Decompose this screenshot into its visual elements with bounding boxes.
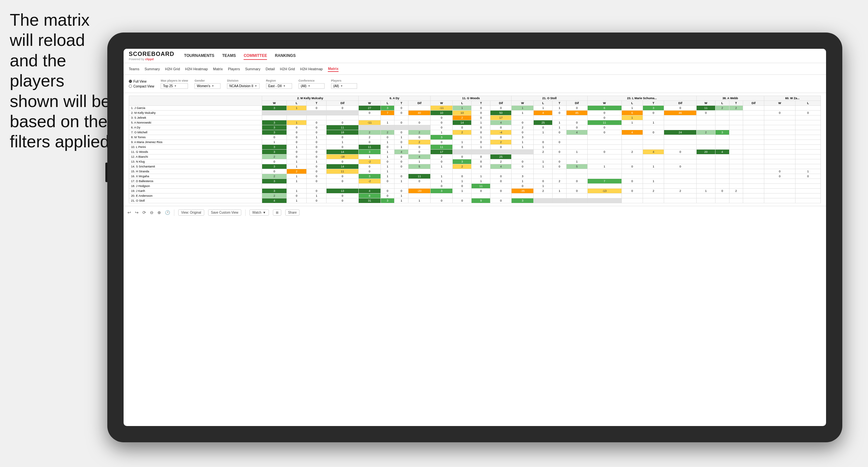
matrix-container[interactable]: 2. M Kelly Mulcahy 6. A Dy 11. G Woods 2… bbox=[124, 93, 826, 206]
watch-button[interactable]: Watch ▼ bbox=[249, 210, 269, 216]
save-custom-button[interactable]: Save Custom View bbox=[208, 210, 241, 216]
table-row: 10. L Perini3100110101101011 bbox=[129, 145, 821, 150]
bottom-toolbar: ↩ ↪ ⟳ ⊖ ⊕ 🕐 View: Original Save Custom V… bbox=[124, 206, 826, 219]
conference-select[interactable]: (All) ▼ bbox=[299, 83, 324, 89]
matrix-cell bbox=[566, 193, 587, 198]
layout-button[interactable]: ⊞ bbox=[273, 210, 281, 216]
nav-tournaments[interactable]: TOURNAMENTS bbox=[184, 52, 214, 60]
matrix-cell bbox=[664, 135, 696, 140]
annotation-text: The matrix will reload and the players s… bbox=[10, 10, 114, 152]
division-select[interactable]: NCAA Division II ▼ bbox=[227, 83, 259, 89]
matrix-cell: 0 bbox=[395, 174, 408, 179]
matrix-cell bbox=[286, 116, 306, 120]
matrix-cell bbox=[743, 125, 764, 130]
redo-button[interactable]: ↪ bbox=[135, 210, 138, 215]
zoom-out-button[interactable]: ⊖ bbox=[150, 210, 154, 215]
sub-nav-summary-2[interactable]: Summary bbox=[245, 66, 260, 71]
th-w-6: W bbox=[696, 101, 715, 106]
max-players-filter: Max players in view Top 25 ▼ bbox=[161, 79, 188, 89]
matrix-cell: 3 bbox=[431, 189, 453, 193]
matrix-cell bbox=[696, 120, 715, 125]
matrix-cell: -20 bbox=[408, 189, 431, 193]
matrix-cell: 4 bbox=[408, 154, 431, 159]
matrix-cell bbox=[796, 179, 821, 184]
watch-arrow: ▼ bbox=[263, 211, 266, 214]
matrix-cell: 2 bbox=[359, 130, 380, 135]
refresh-button[interactable]: ⟳ bbox=[143, 210, 146, 215]
sub-nav-players[interactable]: Players bbox=[228, 66, 240, 71]
matrix-cell bbox=[743, 111, 764, 116]
matrix-cell: 1 bbox=[534, 164, 553, 169]
matrix-cell: 1 bbox=[327, 140, 359, 145]
th-t-4: T bbox=[553, 101, 566, 106]
matrix-cell: 0 bbox=[796, 174, 821, 179]
matrix-cell bbox=[764, 184, 795, 189]
view-original-button[interactable]: View: Original bbox=[178, 210, 204, 216]
matrix-cell bbox=[534, 169, 553, 174]
matrix-cell bbox=[471, 169, 490, 174]
sub-nav-h2h-heatmap-1[interactable]: H2H Heatmap bbox=[185, 66, 208, 71]
logo-area: SCOREBOARD Powered by clippd bbox=[129, 51, 174, 61]
matrix-cell: 1 bbox=[471, 145, 490, 150]
sub-nav-teams[interactable]: Teams bbox=[129, 66, 139, 71]
matrix-cell bbox=[664, 116, 696, 120]
sub-nav-summary-1[interactable]: Summary bbox=[145, 66, 160, 71]
matrix-cell: 1 bbox=[621, 116, 643, 120]
matrix-cell: 0 bbox=[359, 140, 380, 145]
matrix-cell bbox=[262, 184, 287, 189]
matrix-cell bbox=[408, 125, 431, 130]
matrix-cell: 0 bbox=[380, 179, 395, 184]
col-header-za: 60. W Za... bbox=[764, 96, 820, 101]
matrix-cell: 0 bbox=[380, 135, 395, 140]
sub-nav-h2h-grid-1[interactable]: H2H Grid bbox=[165, 66, 180, 71]
sub-nav-h2h-grid-2[interactable]: H2H Grid bbox=[280, 66, 295, 71]
matrix-cell: 1 bbox=[566, 159, 587, 164]
undo-button[interactable]: ↩ bbox=[127, 210, 131, 215]
matrix-cell: 1 bbox=[286, 189, 306, 193]
matrix-cell: 0 bbox=[490, 106, 512, 111]
gender-select[interactable]: Women's ▼ bbox=[194, 83, 220, 89]
matrix-cell: 0 bbox=[471, 111, 490, 116]
matrix-cell bbox=[743, 130, 764, 135]
matrix-cell bbox=[743, 174, 764, 179]
matrix-cell bbox=[764, 145, 795, 150]
matrix-cell: 2 bbox=[696, 130, 715, 135]
matrix-cell bbox=[307, 111, 327, 116]
matrix-cell bbox=[621, 193, 643, 198]
table-row: 18. J Hodgson001101 bbox=[129, 184, 821, 189]
player-name-cell: 3. S Jelinek bbox=[129, 116, 262, 120]
th-t-6: T bbox=[729, 101, 743, 106]
matrix-cell: 7 bbox=[380, 111, 395, 116]
clock-button[interactable]: 🕐 bbox=[165, 210, 170, 215]
players-select[interactable]: (All) ▼ bbox=[331, 83, 357, 89]
matrix-cell: 2 bbox=[534, 189, 553, 193]
matrix-cell: 1 bbox=[262, 140, 287, 145]
th-dif-1: Dif bbox=[327, 101, 359, 106]
nav-teams[interactable]: TEAMS bbox=[222, 52, 236, 60]
table-row: 1. J Garcia31002730-11100111061301122 bbox=[129, 106, 821, 111]
nav-rankings[interactable]: RANKINGS bbox=[275, 52, 296, 60]
matrix-cell bbox=[696, 164, 715, 169]
matrix-cell: 1 bbox=[395, 179, 408, 184]
sub-nav-matrix-2[interactable]: Matrix bbox=[328, 66, 338, 72]
sub-nav-detail[interactable]: Detail bbox=[266, 66, 275, 71]
matrix-cell: 14 bbox=[453, 120, 471, 125]
matrix-cell bbox=[643, 125, 664, 130]
matrix-cell: 0 bbox=[764, 174, 795, 179]
nav-committee[interactable]: COMMITTEE bbox=[244, 52, 267, 60]
matrix-cell bbox=[534, 135, 553, 140]
full-view-option[interactable]: Full View bbox=[129, 80, 154, 83]
sub-nav-h2h-heatmap-2[interactable]: H2H Heatmap bbox=[300, 66, 323, 71]
sub-nav-matrix-1[interactable]: Matrix bbox=[213, 66, 223, 71]
matrix-cell bbox=[566, 169, 587, 174]
matrix-cell bbox=[566, 116, 587, 120]
zoom-in-button[interactable]: ⊕ bbox=[157, 210, 161, 215]
matrix-cell: 0 bbox=[380, 159, 395, 164]
matrix-cell: 0 bbox=[621, 179, 643, 184]
compact-view-option[interactable]: Compact View bbox=[129, 85, 154, 88]
share-button[interactable]: Share bbox=[285, 210, 300, 216]
max-players-select[interactable]: Top 25 ▼ bbox=[161, 83, 188, 89]
matrix-cell bbox=[796, 189, 821, 193]
region-select[interactable]: East - DII ▼ bbox=[266, 83, 292, 89]
matrix-cell: 1 bbox=[286, 164, 306, 169]
